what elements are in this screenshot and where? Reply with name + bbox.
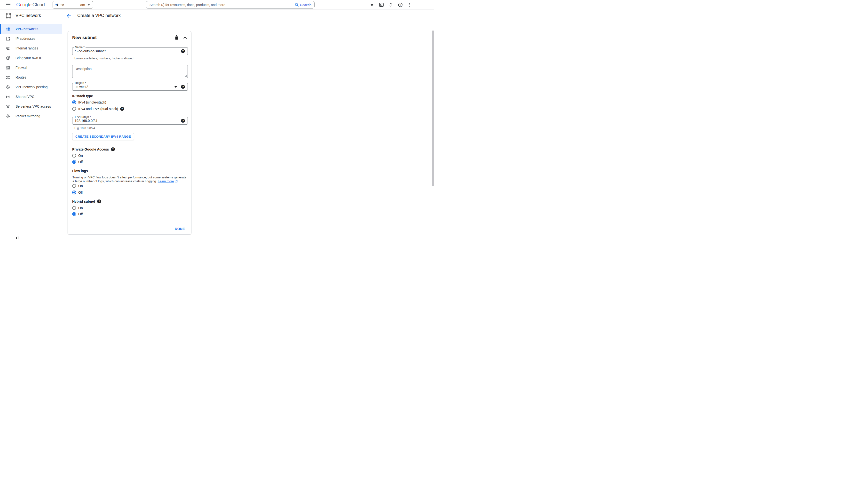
collapse-sidebar-icon[interactable] xyxy=(15,236,19,239)
radio-selected-icon[interactable] xyxy=(72,190,76,195)
hybrid-subnet-label: Hybrid subnet ? xyxy=(72,200,101,203)
sidebar-item-shared-vpc[interactable]: Shared VPC xyxy=(0,92,62,101)
radio-selected-icon[interactable] xyxy=(72,160,76,164)
sidebar-item-vpc-network-peering[interactable]: VPC network peering xyxy=(0,82,62,92)
search-icon xyxy=(295,3,299,7)
internal-ranges-icon xyxy=(6,46,10,51)
sidebar-item-bring-your-own-ip[interactable]: Bring your own IP xyxy=(0,53,62,63)
svg-text:?: ? xyxy=(400,3,401,6)
topbar-icon-group: ? xyxy=(370,0,412,9)
sidebar-title: VPC network xyxy=(16,13,41,18)
description-field xyxy=(72,65,188,78)
more-vert-icon[interactable] xyxy=(407,2,412,7)
cloud-shell-icon[interactable] xyxy=(379,2,384,7)
search-button[interactable]: Search xyxy=(292,1,314,8)
project-selector[interactable]: sc am xyxy=(53,1,93,8)
ipv4-ipv6-dual-stack-option[interactable]: IPv4 and IPv6 (dual-stack) ? xyxy=(72,107,124,111)
sidebar-item-ip-addresses[interactable]: IP addresses xyxy=(0,34,62,43)
notifications-icon[interactable] xyxy=(389,2,393,7)
radio-selected-icon[interactable] xyxy=(72,100,76,104)
firewall-icon xyxy=(6,66,10,70)
private-google-access-on-option[interactable]: On xyxy=(72,154,83,157)
chevron-down-icon xyxy=(88,4,90,6)
sidebar-item-label: IP addresses xyxy=(16,37,35,40)
sidebar-item-internal-ranges[interactable]: Internal ranges xyxy=(0,43,62,53)
ipv4-range-hint: E.g. 10.0.0.0/24 xyxy=(74,126,95,130)
sidebar-item-vpc-networks[interactable]: VPC networks xyxy=(0,24,62,34)
sidebar-item-label: VPC network peering xyxy=(16,85,48,89)
vpc-network-peering-icon xyxy=(6,85,10,89)
global-search-bar: Search xyxy=(146,1,314,8)
create-secondary-ipv4-range-button[interactable]: CREATE SECONDARY IPV4 RANGE xyxy=(72,133,134,140)
radio-label: On xyxy=(78,154,83,157)
search-input[interactable] xyxy=(146,1,292,8)
radio-label: Off xyxy=(78,190,83,195)
google-cloud-logo: GoogleCloud xyxy=(16,2,45,7)
sidebar-item-routes[interactable]: Routes xyxy=(0,72,62,82)
vpc-network-icon xyxy=(6,13,11,19)
hamburger-menu-icon[interactable] xyxy=(6,3,11,6)
dual-stack-help-icon[interactable]: ? xyxy=(120,107,124,111)
private-google-access-help-icon[interactable]: ? xyxy=(111,147,115,151)
search-button-label: Search xyxy=(300,3,312,7)
name-field-label: Name * xyxy=(74,46,86,49)
project-icon xyxy=(55,3,59,6)
delete-subnet-icon[interactable] xyxy=(174,35,180,40)
hybrid-subnet-on-option[interactable]: On xyxy=(72,206,83,210)
ipv4-range-help-icon[interactable]: ? xyxy=(181,119,185,123)
sidebar-item-firewall[interactable]: Firewall xyxy=(0,63,62,72)
private-google-access-off-option[interactable]: Off xyxy=(72,160,83,164)
top-bar: GoogleCloud sc am Search xyxy=(0,0,434,9)
ipv4-single-stack-option[interactable]: IPv4 (single-stack) xyxy=(72,100,106,104)
routes-icon xyxy=(6,76,10,80)
radio-label: IPv4 and IPv6 (dual-stack) xyxy=(78,107,118,111)
region-help-icon[interactable]: ? xyxy=(181,85,185,89)
sidebar-item-label: Bring your own IP xyxy=(16,56,42,60)
help-icon[interactable]: ? xyxy=(398,2,403,7)
collapse-card-icon[interactable] xyxy=(182,35,188,40)
hybrid-subnet-off-option[interactable]: Off xyxy=(72,212,83,216)
sidebar-item-label: VPC networks xyxy=(16,27,38,31)
logo-cloud-text: Cloud xyxy=(32,2,45,7)
region-dropdown-icon[interactable] xyxy=(175,86,177,88)
radio-unselected-icon[interactable] xyxy=(72,184,76,188)
region-select[interactable] xyxy=(72,83,188,90)
serverless-vpc-access-icon xyxy=(6,104,10,109)
flow-logs-description: Turning on VPC flow logs doesn't affect … xyxy=(72,176,189,183)
radio-unselected-icon[interactable] xyxy=(72,154,76,157)
radio-label: On xyxy=(78,184,83,188)
radio-unselected-icon[interactable] xyxy=(72,107,76,111)
flow-logs-label: Flow logs xyxy=(72,169,88,173)
sidebar-item-serverless-vpc-access[interactable]: Serverless VPC access xyxy=(0,101,62,111)
learn-more-link[interactable]: Learn more xyxy=(158,179,174,183)
region-field: Region * ? xyxy=(72,83,188,91)
name-input[interactable] xyxy=(72,48,188,55)
sidebar-item-label: Packet mirroring xyxy=(16,114,40,118)
sidebar-item-label: Firewall xyxy=(16,66,27,69)
bring-your-own-ip-icon xyxy=(6,56,10,60)
page-header: Create a VPC network xyxy=(62,9,434,22)
ipv4-range-label: IPv4 range * xyxy=(74,115,92,119)
gemini-icon[interactable] xyxy=(370,2,374,7)
vertical-scrollbar[interactable] xyxy=(432,31,434,186)
hybrid-subnet-help-icon[interactable]: ? xyxy=(97,200,101,203)
external-link-icon xyxy=(175,180,178,182)
description-input[interactable] xyxy=(72,65,188,78)
gcp-console-page: GoogleCloud sc am Search xyxy=(0,0,434,239)
sidebar-item-label: Routes xyxy=(16,76,26,79)
flow-logs-on-option[interactable]: On xyxy=(72,184,83,188)
radio-label: IPv4 (single-stack) xyxy=(78,100,106,104)
radio-unselected-icon[interactable] xyxy=(72,206,76,210)
sidebar-item-label: Shared VPC xyxy=(16,95,34,99)
sidebar-item-packet-mirroring[interactable]: Packet mirroring xyxy=(0,111,62,121)
ipv4-range-field: IPv4 range * ? xyxy=(72,117,188,125)
region-field-label: Region * xyxy=(74,81,87,85)
shared-vpc-icon xyxy=(6,95,10,99)
page-title: Create a VPC network xyxy=(77,13,121,18)
flow-logs-off-option[interactable]: Off xyxy=(72,190,83,195)
back-arrow-icon[interactable] xyxy=(66,13,72,19)
done-button[interactable]: DONE xyxy=(173,226,187,232)
radio-selected-icon[interactable] xyxy=(72,212,76,216)
private-google-access-label: Private Google Access ? xyxy=(72,147,115,151)
name-help-icon[interactable]: ? xyxy=(181,49,185,53)
